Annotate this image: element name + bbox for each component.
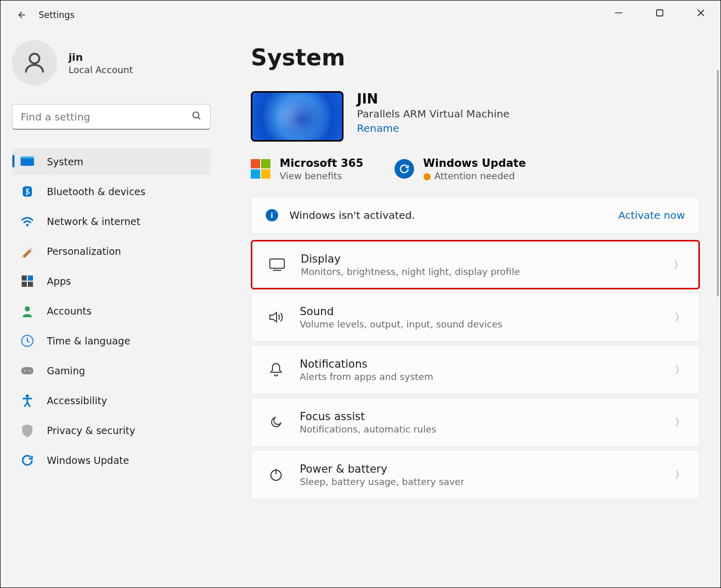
window-title: Settings — [39, 10, 75, 20]
notifications-icon — [266, 362, 286, 377]
search-box[interactable] — [12, 104, 211, 130]
network-icon — [20, 214, 35, 229]
nav-item-bluetooth[interactable]: Bluetooth & devices — [12, 178, 211, 205]
service-subtitle: ●Attention needed — [423, 170, 526, 181]
nav-item-personalization[interactable]: Personalization — [12, 238, 211, 265]
banner-text: Windows isn't activated. — [289, 209, 618, 221]
service-windows-update[interactable]: Windows Update ●Attention needed — [394, 157, 526, 181]
nav-item-accounts[interactable]: Accounts — [12, 298, 211, 324]
nav-label: Privacy & security — [47, 425, 135, 436]
sidebar: jin Local Account System Bluetooth & dev… — [1, 29, 222, 587]
svg-rect-13 — [28, 275, 33, 281]
nav-label: Bluetooth & devices — [47, 186, 145, 197]
nav-list: System Bluetooth & devices Network & int… — [12, 148, 211, 474]
rename-link[interactable]: Rename — [357, 122, 509, 134]
main-panel: System JIN Parallels ARM Virtual Machine… — [222, 29, 720, 587]
setting-subtitle: Sleep, battery usage, battery saver — [300, 476, 675, 487]
chevron-right-icon: 〉 — [674, 258, 684, 272]
user-name: jin — [68, 51, 133, 63]
device-thumbnail — [251, 91, 344, 142]
back-button[interactable] — [12, 6, 30, 24]
setting-sound[interactable]: Sound Volume levels, output, input, soun… — [251, 292, 700, 342]
nav-item-network[interactable]: Network & internet — [12, 208, 211, 235]
nav-label: Apps — [47, 275, 71, 287]
device-name: JIN — [357, 91, 509, 107]
svg-point-10 — [26, 224, 29, 227]
nav-label: Accessibility — [47, 395, 107, 406]
nav-label: Time & language — [47, 335, 130, 347]
power-icon — [266, 468, 286, 482]
nav-item-gaming[interactable]: Gaming — [12, 357, 211, 384]
setting-title: Sound — [300, 305, 675, 318]
scrollbar[interactable] — [717, 70, 719, 297]
nav-item-accessibility[interactable]: Accessibility — [12, 387, 211, 414]
nav-label: System — [47, 156, 83, 167]
device-row: JIN Parallels ARM Virtual Machine Rename — [251, 91, 700, 142]
device-description: Parallels ARM Virtual Machine — [357, 108, 509, 120]
chevron-right-icon: 〉 — [675, 416, 685, 429]
page-heading: System — [251, 44, 700, 71]
setting-title: Display — [301, 253, 674, 265]
personalization-icon — [20, 244, 35, 258]
nav-label: Windows Update — [47, 455, 129, 466]
setting-display[interactable]: Display Monitors, brightness, night ligh… — [251, 240, 700, 289]
svg-rect-15 — [28, 282, 33, 287]
user-subtitle: Local Account — [68, 64, 133, 75]
chevron-right-icon: 〉 — [675, 363, 685, 377]
services-row: Microsoft 365 View benefits Windows Upda… — [251, 157, 700, 181]
accounts-icon — [20, 304, 35, 318]
update-icon — [20, 453, 35, 468]
svg-point-5 — [193, 112, 199, 118]
svg-rect-1 — [657, 10, 663, 16]
svg-point-16 — [25, 306, 30, 312]
caption-controls — [608, 4, 711, 22]
focus-assist-icon — [266, 415, 286, 429]
setting-subtitle: Monitors, brightness, night light, displ… — [301, 266, 674, 277]
system-icon — [20, 154, 35, 169]
user-block[interactable]: jin Local Account — [12, 40, 211, 85]
setting-power-battery[interactable]: Power & battery Sleep, battery usage, ba… — [251, 450, 700, 499]
chevron-right-icon: 〉 — [675, 310, 685, 324]
setting-notifications[interactable]: Notifications Alerts from apps and syste… — [251, 345, 700, 394]
bluetooth-icon — [20, 184, 35, 199]
svg-point-21 — [26, 394, 29, 397]
accessibility-icon — [20, 393, 35, 408]
nav-item-time[interactable]: Time & language — [12, 327, 211, 354]
apps-icon — [20, 274, 35, 288]
info-icon: i — [266, 209, 278, 221]
display-icon — [267, 258, 287, 271]
nav-item-apps[interactable]: Apps — [12, 268, 211, 295]
nav-item-system[interactable]: System — [12, 148, 211, 175]
setting-title: Notifications — [300, 358, 675, 370]
activation-banner: i Windows isn't activated. Activate now — [251, 197, 700, 234]
nav-label: Network & internet — [47, 216, 140, 227]
setting-title: Power & battery — [300, 463, 675, 475]
svg-line-6 — [198, 117, 200, 119]
microsoft-logo-icon — [251, 159, 270, 179]
privacy-icon — [20, 423, 35, 438]
avatar — [12, 40, 57, 85]
chevron-right-icon: 〉 — [675, 468, 685, 482]
service-microsoft-365[interactable]: Microsoft 365 View benefits — [251, 157, 364, 181]
maximize-button[interactable] — [649, 4, 670, 22]
svg-point-19 — [24, 370, 26, 372]
nav-item-windows-update[interactable]: Windows Update — [12, 447, 211, 474]
setting-subtitle: Volume levels, output, input, sound devi… — [300, 319, 675, 330]
service-subtitle: View benefits — [280, 170, 364, 181]
time-icon — [20, 334, 35, 348]
setting-focus-assist[interactable]: Focus assist Notifications, automatic ru… — [251, 397, 700, 447]
activate-now-link[interactable]: Activate now — [618, 209, 685, 221]
nav-item-privacy[interactable]: Privacy & security — [12, 417, 211, 444]
minimize-button[interactable] — [608, 4, 629, 22]
svg-rect-22 — [270, 259, 284, 268]
svg-rect-18 — [21, 367, 33, 374]
setting-title: Focus assist — [300, 410, 675, 423]
nav-label: Personalization — [47, 246, 121, 257]
close-button[interactable] — [691, 4, 711, 22]
sync-icon — [394, 159, 414, 179]
search-input[interactable] — [21, 111, 192, 123]
service-title: Microsoft 365 — [280, 157, 364, 169]
nav-label: Gaming — [47, 365, 85, 376]
gaming-icon — [20, 364, 35, 378]
sound-icon — [266, 310, 286, 324]
